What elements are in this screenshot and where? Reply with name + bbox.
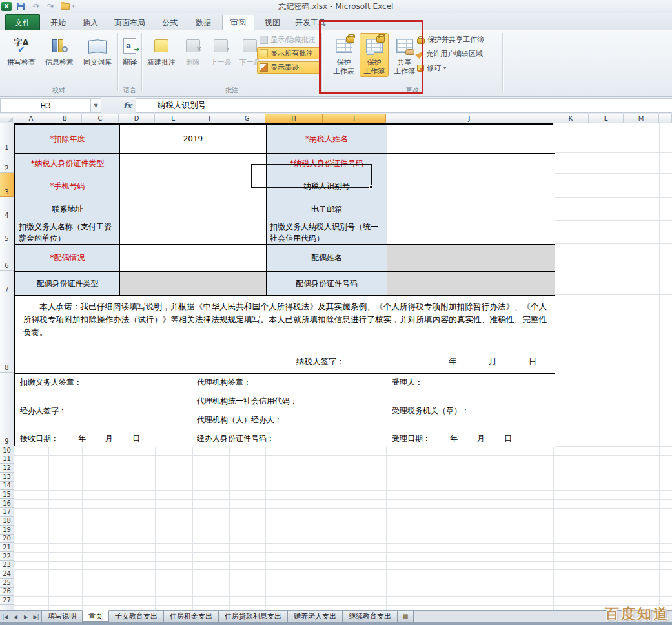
tab-formulas[interactable]: 公式 [155, 15, 185, 30]
sheet-tab-5[interactable]: 住房贷款利息支出 [218, 611, 288, 622]
previous-comment-button[interactable]: ‹ 上一条 [207, 33, 235, 68]
row-header-25[interactable]: 25 [0, 579, 14, 588]
cell-spouse-name-label[interactable]: 配偶姓名 [267, 245, 387, 272]
tab-file[interactable]: 文件 [5, 14, 40, 30]
track-changes-button[interactable]: 修订 ▾ [417, 62, 502, 74]
row-header-20[interactable]: 20 [0, 535, 14, 544]
column-header-D[interactable]: D [119, 114, 155, 123]
cell-id-type-value[interactable] [120, 154, 267, 174]
cell-withholder-name-label[interactable]: 扣缴义务人名称（支付工资薪金的单位） [15, 221, 120, 245]
column-header-G[interactable]: G [229, 114, 265, 123]
insert-worksheet-tab[interactable]: ▦ [397, 611, 414, 622]
cell-withholder-name-value[interactable] [120, 221, 267, 245]
row-header-17[interactable]: 17 [0, 508, 14, 517]
column-header-J[interactable]: J [386, 114, 553, 123]
research-button[interactable]: 信息检索 [40, 33, 79, 68]
column-header-K[interactable]: K [553, 114, 589, 123]
tab-review[interactable]: 审阅 [222, 15, 254, 30]
row-header-26[interactable]: 26 [0, 588, 14, 597]
row-header-19[interactable]: 19 [0, 526, 14, 535]
row-header-8[interactable]: 8 [0, 294, 14, 373]
row-header-7[interactable]: 7 [0, 271, 14, 294]
sheet-tab-4[interactable]: 住房租金支出 [163, 611, 219, 622]
column-header-A[interactable]: A [14, 114, 48, 123]
column-header-B[interactable]: B [48, 114, 82, 123]
allow-users-edit-ranges-button[interactable]: 允许用户编辑区域 [417, 48, 502, 60]
select-all-corner[interactable] [0, 114, 14, 123]
tab-data[interactable]: 数据 [188, 15, 218, 30]
row-header-12[interactable]: 12 [0, 464, 14, 473]
new-comment-button[interactable]: 新建批注 [145, 33, 178, 68]
spell-check-button[interactable]: 字A✔ 拼写检查 [3, 33, 40, 68]
row-header-5[interactable]: 5 [0, 220, 14, 243]
sheet-tab-3[interactable]: 子女教育支出 [108, 611, 164, 622]
name-box-dropdown-icon[interactable]: ▼ [91, 98, 101, 113]
column-header-H[interactable]: H [265, 114, 323, 123]
name-box[interactable]: H3 [0, 98, 91, 113]
insert-function-icon[interactable]: fx [123, 101, 132, 110]
last-sheet-button[interactable]: ▶| [31, 611, 41, 622]
cell-spouse-id-type-value[interactable] [120, 272, 267, 296]
cell-taxpayer-id-value[interactable] [387, 174, 555, 198]
row-header-18[interactable]: 18 [0, 517, 14, 526]
cell-id-number-value[interactable] [387, 154, 555, 174]
show-all-comments-toggle[interactable]: 显示所有批注 [257, 47, 322, 59]
cell-phone-label[interactable]: *手机号码 [15, 174, 120, 198]
tab-view[interactable]: 视图 [258, 15, 287, 30]
first-sheet-button[interactable]: |◀ [0, 611, 10, 622]
row-header-6[interactable]: 6 [0, 243, 14, 271]
show-hide-comment-toggle[interactable]: 显示/隐藏批注 [257, 34, 322, 46]
cell-contact-address-value[interactable] [120, 198, 267, 221]
show-ink-toggle[interactable]: 显示墨迹 [257, 61, 322, 74]
tab-page-layout[interactable]: 页面布局 [107, 15, 152, 30]
column-header-C[interactable]: C [82, 114, 119, 123]
previous-sheet-button[interactable]: ◀ [10, 611, 21, 622]
cell-taxpayer-name-label[interactable]: *纳税人姓名 [267, 125, 387, 154]
row-header-partial[interactable] [0, 605, 14, 610]
cell-spouse-id-number-label[interactable]: 配偶身份证件号码 [267, 272, 387, 296]
cell-deduction-year-label[interactable]: *扣除年度 [15, 125, 120, 154]
column-header-F[interactable]: F [192, 114, 229, 123]
cell-acceptance-box[interactable]: 受理人： 受理税务机关（章）： 受理日期：年月日 [387, 374, 555, 447]
tab-home[interactable]: 开始 [43, 15, 74, 30]
thesaurus-button[interactable]: 同义词库 [79, 33, 116, 68]
column-header-E[interactable]: E [155, 114, 192, 123]
cell-spouse-id-type-label[interactable]: 配偶身份证件类型 [15, 272, 120, 296]
row-header-13[interactable]: 13 [0, 473, 14, 482]
cell-withholder-id-label[interactable]: 扣缴义务人纳税人识别号（统一社会信用代码） [267, 221, 387, 245]
sheet-tab-7[interactable]: 继续教育支出 [342, 611, 398, 622]
cell-taxpayer-name-value[interactable] [387, 125, 555, 154]
row-header-16[interactable]: 16 [0, 499, 14, 508]
cell-spouse-status-value[interactable] [120, 245, 267, 272]
row-header-24[interactable]: 24 [0, 569, 14, 579]
cell-contact-address-label[interactable]: 联系地址 [15, 198, 120, 221]
cell-phone-value[interactable] [120, 174, 267, 198]
row-header-27[interactable]: 27 [0, 596, 14, 605]
row-header-2[interactable]: 2 [0, 152, 14, 173]
sheet-tab-1[interactable]: 填写说明 [41, 611, 83, 622]
tab-insert[interactable]: 插入 [76, 15, 105, 30]
cell-agency-signature-box[interactable]: 代理机构签章： 代理机构统一社会信用代码： 代理机构（人）经办人： 经办人身份证… [192, 374, 387, 447]
row-header-14[interactable]: 14 [0, 482, 14, 491]
column-header-L[interactable]: L [589, 114, 624, 123]
cell-spouse-id-number-value[interactable] [387, 272, 555, 296]
column-header-partial[interactable] [659, 114, 672, 123]
row-header-23[interactable]: 23 [0, 561, 14, 570]
column-header-M[interactable]: M [624, 114, 659, 123]
cell-declaration[interactable]: 本人承诺：我已仔细阅读填写说明，并根据《中华人民共和国个人所得税法》及其实施条例… [15, 296, 555, 374]
cell-spouse-name-value[interactable] [387, 245, 555, 272]
cell-taxpayer-id-label[interactable]: 纳税人识别号 [267, 174, 387, 198]
next-sheet-button[interactable]: ▶ [21, 611, 31, 622]
cell-spouse-status-label[interactable]: *配偶情况 [15, 245, 120, 272]
sheet-tab-6[interactable]: 赡养老人支出 [287, 611, 343, 622]
cell-deduction-year-value[interactable]: 2019 [120, 125, 267, 154]
column-header-I[interactable]: I [323, 114, 386, 123]
row-header-3[interactable]: 3 [0, 173, 14, 197]
formula-input[interactable]: 纳税人识别号 [136, 98, 672, 113]
row-header-22[interactable]: 22 [0, 552, 14, 561]
protect-and-share-workbook-button[interactable]: 保护并共享工作簿 [417, 34, 502, 46]
sheet-tab-2[interactable]: 首页 [82, 610, 109, 622]
row-header-11[interactable]: 11 [0, 455, 14, 464]
cell-id-number-label[interactable]: *纳税人身份证件号码 [267, 154, 387, 174]
row-header-4[interactable]: 4 [0, 197, 14, 220]
